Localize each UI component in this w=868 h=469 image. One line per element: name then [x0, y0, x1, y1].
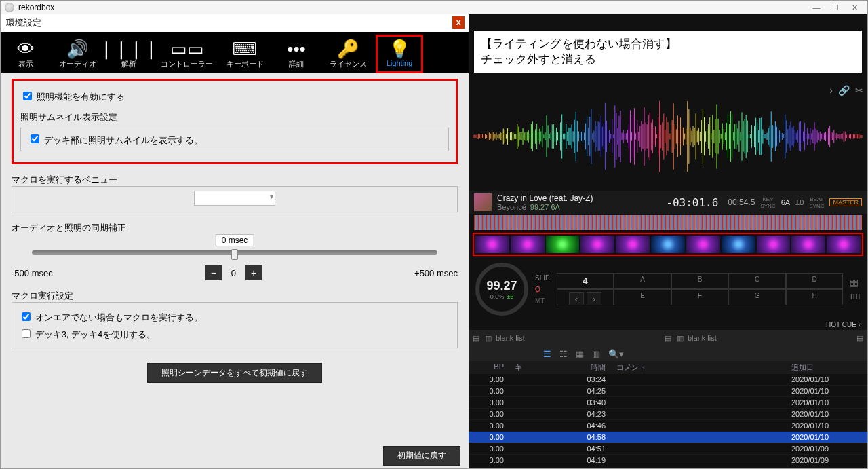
playlist-name-b[interactable]: blank list — [688, 334, 717, 342]
tab-lighting[interactable]: 💡Lighting — [380, 39, 419, 69]
cue-G[interactable]: G — [728, 289, 786, 305]
player-pane: 【ライティングを使わない場合消す】 チェック外すと消える 1:35 › 🔗 ✂ … — [469, 14, 867, 468]
speaker-icon: 🔊 — [65, 39, 90, 59]
cue-B[interactable]: B — [671, 273, 729, 289]
link-icon[interactable]: 🔗 — [838, 85, 850, 96]
list-icon: ▥ — [677, 334, 684, 343]
onair-macro-checkbox[interactable]: オンエアでない場合もマクロを実行する。 — [19, 312, 203, 322]
window-close-button[interactable]: ✕ — [846, 1, 863, 14]
tab-analysis[interactable]: ❘❘❘❘解析 — [109, 39, 149, 69]
lighting-thumbnail-strip[interactable] — [473, 233, 863, 256]
window-max-button[interactable]: ☐ — [827, 1, 844, 14]
cue-grid: 4 A B C D ‹ › E F G H — [557, 273, 844, 305]
footer-reset-button[interactable]: 初期値に戻す — [383, 446, 460, 466]
tab-advanced[interactable]: •••詳細 — [277, 39, 316, 69]
deck-thumbnail-checkbox[interactable]: デッキ部に照明サムネイルを表示する。 — [28, 135, 203, 145]
cue-C[interactable]: C — [728, 273, 786, 289]
table-row[interactable]: 0.0004:192020/01/09 — [469, 455, 867, 466]
reset-lighting-button[interactable]: 照明シーンデータをすべて初期値に戻す — [147, 363, 322, 383]
overview-waveform[interactable] — [474, 215, 862, 230]
window-titlebar: rekordbox — ☐ ✕ — [1, 1, 867, 14]
list-expand-icon[interactable]: ▤ — [856, 334, 863, 343]
enable-lighting-checkbox[interactable]: 照明機能を有効にする — [20, 92, 125, 102]
cue-F[interactable]: F — [671, 289, 729, 305]
lighting-enable-box: 照明機能を有効にする 照明サムネイル表示設定 デッキ部に照明サムネイルを表示する… — [12, 79, 458, 164]
sync-slider[interactable]: 0 msec — [12, 234, 458, 261]
eye-icon: 👁 — [14, 39, 38, 59]
tab-license[interactable]: 🔑ライセンス — [328, 39, 368, 69]
grid-icon[interactable]: ▦ — [850, 277, 861, 288]
view-list-icon[interactable]: ☰ — [543, 349, 551, 359]
table-row[interactable]: 0.0003:242020/01/10 — [469, 374, 867, 386]
slider-max-label: +500 msec — [414, 268, 458, 278]
list-icon: ▥ — [485, 334, 492, 343]
table-row[interactable]: 0.0004:202020/01/09 — [469, 466, 867, 468]
table-row[interactable]: 0.0003:402020/01/10 — [469, 397, 867, 409]
cue-H[interactable]: H — [786, 289, 844, 305]
time-remain: -03:01.6 — [666, 196, 718, 209]
beat-count: 4 — [557, 273, 614, 289]
dropdown-icon: ▾ — [270, 193, 273, 200]
use-deck34-checkbox[interactable]: デッキ3, デッキ4を使用する。 — [19, 329, 155, 339]
playlist-name-a[interactable]: blank list — [496, 334, 525, 342]
view-column-icon[interactable]: ▥ — [592, 349, 600, 359]
hotcue-label[interactable]: HOT CUE — [826, 321, 856, 329]
key-value: 6A — [781, 198, 790, 206]
table-row[interactable]: 0.0004:582020/01/10 — [469, 432, 867, 443]
table-row[interactable]: 0.0004:232020/01/10 — [469, 409, 867, 420]
list-expand-icon[interactable]: ▤ — [665, 334, 671, 343]
table-row[interactable]: 0.0004:252020/01/10 — [469, 386, 867, 397]
step-value: 0 — [224, 268, 243, 278]
cue-A[interactable]: A — [614, 273, 671, 289]
track-artist: Beyoncé — [497, 203, 526, 211]
chevron-right-icon[interactable]: › — [829, 85, 833, 96]
slip-button[interactable]: SLIP — [535, 274, 550, 282]
dialog-close-button[interactable]: x — [452, 16, 465, 29]
keyboard-icon: ⌨ — [233, 39, 257, 59]
window-min-button[interactable]: — — [808, 1, 825, 14]
prefs-scroll[interactable]: 照明機能を有効にする 照明サムネイル表示設定 デッキ部に照明サムネイルを表示する… — [1, 73, 469, 468]
macro-menu-label: マクロを実行するベニュー — [12, 174, 458, 186]
cue-E[interactable]: E — [614, 289, 671, 305]
light-fixture-icon: 💡 — [387, 39, 412, 59]
master-badge[interactable]: MASTER — [829, 198, 862, 206]
app-icon — [5, 3, 14, 12]
view-grid-icon[interactable]: ▦ — [576, 349, 584, 359]
tab-audio[interactable]: 🔊オーディオ — [58, 39, 97, 69]
thumb-section-label: 照明サムネイル表示設定 — [20, 111, 449, 124]
track-info-bar: Crazy in Love (feat. Jay-Z) Beyoncé99.27… — [469, 191, 867, 214]
bars-icon: ❘❘❘❘ — [117, 39, 141, 59]
tab-controller[interactable]: ▭▭コントローラー — [161, 39, 213, 69]
macro-venue-field[interactable]: ▾ — [194, 191, 275, 206]
quantize-button[interactable]: Q — [535, 286, 550, 293]
slider-handle[interactable] — [231, 249, 238, 260]
list-toggle-icon[interactable]: ▤ — [473, 334, 479, 343]
bpm-value: 99.27 — [486, 279, 517, 293]
view-detail-icon[interactable]: ☷ — [559, 349, 568, 359]
jog-wheel[interactable]: 99.27 0.0%±6 — [475, 263, 528, 316]
tracklist-body[interactable]: 0.0003:242020/01/100.0004:252020/01/100.… — [469, 374, 867, 468]
step-plus-button[interactable]: + — [245, 265, 262, 280]
prev-arrow-button[interactable]: ‹ — [569, 292, 584, 305]
dialog-title-bar: 環境設定 x — [1, 14, 469, 32]
macro-exec-label: マクロ実行設定 — [12, 290, 458, 302]
table-row[interactable]: 0.0004:512020/01/09 — [469, 443, 867, 455]
meter-icon[interactable]: ıııı — [850, 290, 861, 301]
master-tempo-button[interactable]: MT — [535, 297, 550, 305]
dots-icon: ••• — [284, 39, 309, 59]
playlist-header: ▤ ▥blank list ▤ ▥blank list ▤ — [469, 330, 867, 346]
album-art[interactable] — [474, 193, 492, 211]
prefs-tabbar: 👁表示 🔊オーディオ ❘❘❘❘解析 ▭▭コントローラー ⌨キーボード •••詳細… — [1, 32, 469, 73]
waveform-controls: › 🔗 ✂ — [829, 85, 863, 96]
sync-correction-label: オーディオと照明の同期補正 — [12, 222, 458, 234]
main-waveform[interactable]: › 🔗 ✂ placeholder — [469, 82, 867, 191]
chevron-left-icon[interactable]: ‹ — [859, 321, 861, 329]
scissors-icon[interactable]: ✂ — [855, 85, 863, 96]
next-arrow-button[interactable]: › — [587, 292, 601, 305]
tab-keyboard[interactable]: ⌨キーボード — [225, 39, 264, 69]
step-minus-button[interactable]: − — [205, 265, 222, 280]
table-row[interactable]: 0.0004:462020/01/10 — [469, 420, 867, 432]
search-icon[interactable]: 🔍▾ — [608, 349, 624, 359]
tab-display[interactable]: 👁表示 — [6, 39, 45, 69]
cue-D[interactable]: D — [786, 273, 844, 289]
